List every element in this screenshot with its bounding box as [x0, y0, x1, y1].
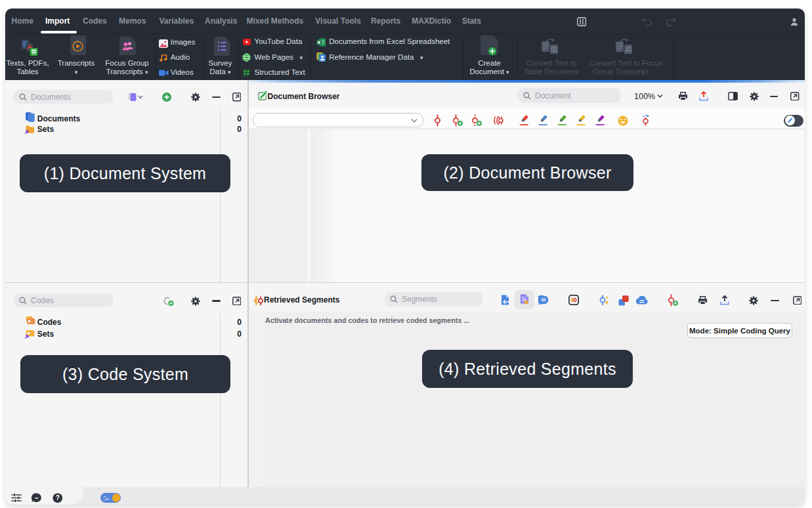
svg-text:?: ?: [55, 494, 59, 501]
